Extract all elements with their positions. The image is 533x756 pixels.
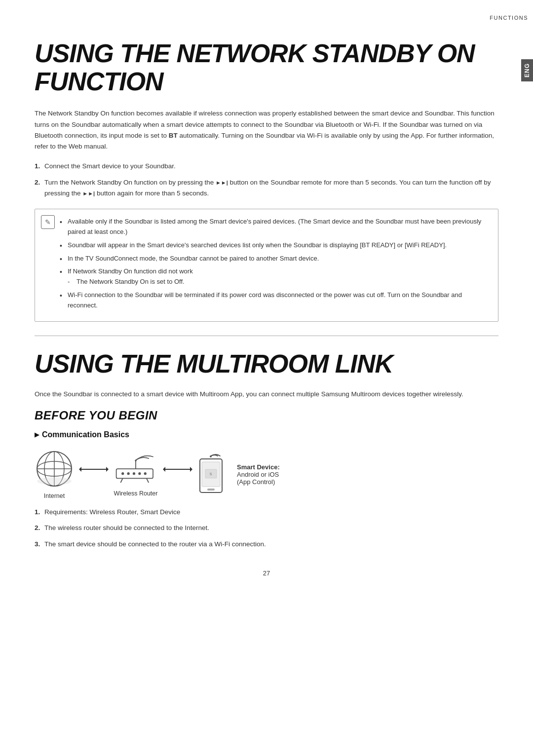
svg-point-22 [210, 455, 212, 457]
req-2: 2. The wireless router should be connect… [35, 523, 498, 533]
svg-line-17 [120, 478, 122, 483]
smart-device-label: Smart Device: Android or iOS (App Contro… [237, 463, 280, 486]
comm-basics-title: Communication Basics [35, 430, 498, 439]
svg-marker-7 [106, 467, 109, 472]
internet-item: Internet [35, 449, 74, 499]
section1-title: USING THE NETWORK STANDBY ON FUNCTION [35, 39, 498, 96]
note-item-3: In the TV SoundConnect mode, the Soundba… [60, 254, 488, 264]
svg-marker-20 [190, 467, 192, 472]
svg-point-12 [121, 472, 124, 475]
svg-point-5 [37, 477, 72, 485]
svg-rect-25 [207, 489, 215, 491]
eng-tab: ENG [521, 59, 533, 81]
router-label: Wireless Router [114, 490, 158, 497]
requirements-list: 1. Requirements: Wireless Router, Smart … [35, 507, 498, 550]
router-svg-icon [114, 452, 158, 486]
functions-label: FUNCTIONS [490, 15, 533, 21]
page-container: FUNCTIONS ENG USING THE NETWORK STANDBY … [0, 0, 533, 756]
router-item: Wireless Router [114, 452, 158, 497]
svg-text:S: S [210, 472, 212, 476]
note-item-1: Available only if the Soundbar is listed… [60, 217, 488, 237]
req-1: 1. Requirements: Wireless Router, Smart … [35, 507, 498, 518]
smart-device-svg-icon: S [197, 452, 225, 496]
step-2: 2. Turn the Network Standby On function … [35, 177, 498, 199]
svg-point-16 [144, 472, 147, 475]
note-item-5: Wi-Fi connection to the Soundbar will be… [60, 290, 488, 311]
note-item-2: Soundbar will appear in the Smart device… [60, 240, 488, 251]
req-3: 3. The smart device should be connected … [35, 539, 498, 550]
smart-device-item: S Smart Device: Android or iOS (App Cont… [197, 452, 280, 496]
section-divider [35, 336, 498, 336]
arrow-2 [163, 464, 192, 474]
note-list: Available only if the Soundbar is listed… [60, 217, 488, 310]
communication-diagram: Internet [35, 449, 498, 499]
svg-line-18 [147, 478, 149, 483]
note-sub-item: The Network Standby On is set to Off. [68, 277, 488, 287]
before-you-begin-title: BEFORE YOU BEGIN [35, 409, 498, 422]
svg-point-14 [133, 472, 135, 475]
svg-marker-21 [163, 467, 165, 472]
note-box: Available only if the Soundbar is listed… [35, 209, 498, 321]
section2-title: USING THE MULTIROOM LINK [35, 350, 498, 378]
note-icon [41, 215, 55, 229]
svg-marker-8 [79, 467, 81, 472]
note-item-4: If Network Standby On function did not w… [60, 266, 488, 287]
svg-point-13 [127, 472, 130, 475]
arrow-1 [79, 464, 109, 474]
page-number: 27 [35, 569, 498, 577]
section1-intro: The Network Standby On function becomes … [35, 108, 498, 152]
step-1: 1. Connect the Smart device to your Soun… [35, 161, 498, 172]
globe-icon [35, 449, 74, 489]
section2-intro: Once the Soundbar is connected to a smar… [35, 389, 498, 400]
internet-label: Internet [44, 492, 65, 499]
svg-point-15 [138, 472, 141, 475]
section1-steps: 1. Connect the Smart device to your Soun… [35, 161, 498, 199]
